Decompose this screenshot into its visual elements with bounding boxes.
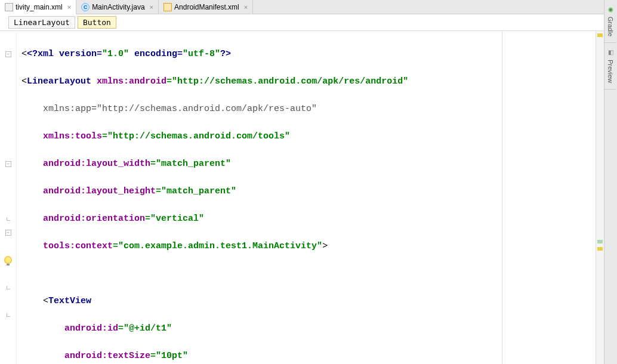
breadcrumb-linearlayout[interactable]: LinearLayout [8,16,75,29]
warning-marker[interactable] [597,247,603,251]
info-marker[interactable] [597,240,603,243]
tab-activity-main[interactable]: tivity_main.xml × [0,0,76,14]
java-class-icon: C [81,3,90,11]
gutter: − − − [0,31,17,364]
editor-splitter[interactable] [502,31,502,364]
error-stripe[interactable] [596,31,604,364]
textview-tag: TextView [48,296,91,306]
breadcrumb: LinearLayout Button [0,14,617,31]
editor-tabs: tivity_main.xml × C MainActivity.java × … [0,0,617,14]
manifest-file-icon [163,3,172,11]
right-tool-panels: ◉ Gradle ◧ Preview [604,0,617,364]
linearlayout-tag: LinearLayout [27,76,91,87]
tab-label: tivity_main.xml [16,3,63,11]
fold-icon[interactable]: − [0,47,16,61]
preview-icon: ◧ [606,49,615,57]
xml-file-icon [5,3,13,11]
breadcrumb-button[interactable]: Button [78,16,116,29]
close-icon[interactable]: × [150,4,153,11]
editor-area: − − − <<?xml version="1.0" encoding="utf… [0,31,617,364]
fold-icon[interactable]: − [0,226,16,239]
tab-main-activity-java[interactable]: C MainActivity.java × [76,0,159,14]
preview-panel-tab[interactable]: ◧ Preview [604,43,616,90]
tab-android-manifest[interactable]: AndroidManifest.xml × [159,0,253,14]
close-icon[interactable]: × [244,4,248,11]
intention-bulb-icon[interactable] [0,253,16,267]
xml-decl: <?xml version= [27,49,102,59]
fold-end-icon[interactable] [0,308,16,322]
tab-label: MainActivity.java [92,3,144,11]
warning-marker[interactable] [597,33,603,37]
tab-label: AndroidManifest.xml [174,3,239,11]
fold-end-icon[interactable] [0,212,16,226]
code-editor[interactable]: <<?xml version="1.0" encoding="utf-8"?> … [17,31,617,364]
gradle-icon: ◉ [606,6,615,14]
fold-icon[interactable]: − [0,157,16,171]
fold-end-icon[interactable] [0,280,16,294]
close-icon[interactable]: × [67,4,71,11]
gradle-panel-tab[interactable]: ◉ Gradle [604,0,616,43]
